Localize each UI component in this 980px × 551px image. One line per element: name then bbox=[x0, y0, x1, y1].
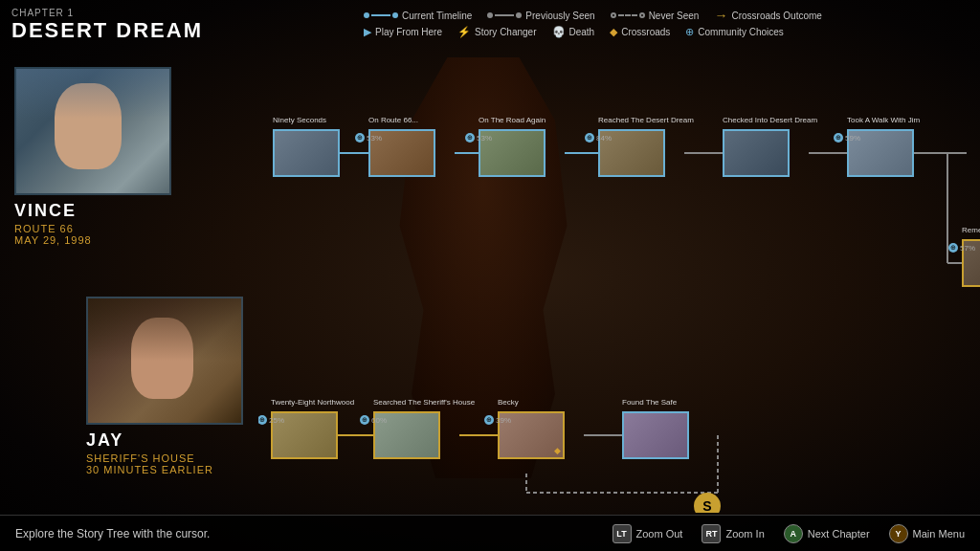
zoom-in-label: Zoom In bbox=[725, 528, 764, 540]
bottom-bar: Explore the Story Tree with the cursor. … bbox=[0, 515, 980, 551]
node-on-the-road-label: On The Road Again bbox=[479, 116, 546, 124]
node-on-route-66-pct: ⊕ 53% bbox=[355, 133, 382, 143]
node-searched-pct: ⊕ 60% bbox=[360, 415, 387, 425]
node-becky-pct: ⊕ 39% bbox=[484, 415, 511, 425]
legend-current-label: Current Timeline bbox=[402, 11, 472, 21]
node-took-walk-label: Took A Walk With Jim bbox=[847, 116, 920, 124]
story-tree: Ninety Seconds On Route 66... ⊕ 53% On T… bbox=[258, 62, 980, 513]
legend-row-1: Current Timeline Previously Seen Never S… bbox=[364, 8, 970, 23]
a-button[interactable]: A bbox=[784, 524, 803, 543]
becky-pct-icon: ⊕ bbox=[484, 415, 494, 425]
node-remembered-label: Remembered The Co... bbox=[962, 226, 980, 234]
node-becky-label: Becky bbox=[498, 398, 519, 407]
main-menu-label: Main Menu bbox=[913, 528, 965, 540]
node-found-safe-label: Found The Safe bbox=[622, 398, 677, 407]
next-chapter-control[interactable]: A Next Chapter bbox=[784, 524, 870, 543]
node-found-safe-thumb bbox=[622, 411, 689, 459]
zoom-out-label: Zoom Out bbox=[636, 528, 683, 540]
node-on-route-66-label: On Route 66... bbox=[368, 116, 418, 124]
jay-portrait bbox=[86, 297, 243, 425]
jay-panel: JAY SHERIFF'S HOUSE 30 MINUTES EARLIER bbox=[86, 297, 243, 475]
legend-story-changer: ⚡ Story Changer bbox=[457, 26, 536, 38]
node-took-walk-pct: ⊕ 59% bbox=[834, 133, 860, 143]
node-searched-label: Searched The Sheriff's House bbox=[373, 398, 475, 407]
main-menu-control[interactable]: Y Main Menu bbox=[889, 524, 965, 543]
on-route-pct-icon: ⊕ bbox=[355, 133, 365, 143]
zoom-out-control[interactable]: LT Zoom Out bbox=[612, 524, 683, 543]
legend-row-2: ▶ Play From Here ⚡ Story Changer 💀 Death… bbox=[364, 26, 970, 38]
vince-portrait bbox=[14, 67, 171, 195]
legend: Current Timeline Previously Seen Never S… bbox=[364, 8, 970, 38]
reached-pct-icon: ⊕ bbox=[585, 133, 594, 143]
node-on-the-road-pct: ⊕ 53% bbox=[465, 133, 492, 143]
searched-pct-icon: ⊕ bbox=[360, 415, 369, 425]
zoom-in-control[interactable]: RT Zoom In bbox=[702, 524, 764, 543]
legend-crossroads-label: Crossroads bbox=[621, 27, 670, 37]
node-checked-in-label: Checked Into Desert Dream bbox=[723, 116, 817, 124]
node-reached-desert-pct: ⊕ 84% bbox=[585, 133, 612, 143]
remembered-pct-icon: ⊕ bbox=[948, 243, 958, 253]
legend-never-seen: Never Seen bbox=[611, 11, 700, 21]
legend-never-label: Never Seen bbox=[649, 11, 700, 21]
jay-name: JAY bbox=[86, 430, 243, 451]
rt-button[interactable]: RT bbox=[702, 524, 721, 543]
bottom-controls: LT Zoom Out RT Zoom In A Next Chapter Y … bbox=[612, 524, 966, 543]
lt-button[interactable]: LT bbox=[612, 524, 632, 543]
node-ninety-seconds-label: Ninety Seconds bbox=[273, 116, 326, 124]
legend-play-label: Play From Here bbox=[375, 27, 442, 37]
crossroads-symbol: S bbox=[694, 493, 721, 513]
legend-crossroads: ◆ Crossroads bbox=[610, 26, 670, 38]
walk-pct-icon: ⊕ bbox=[834, 133, 843, 143]
vince-name: VINCE bbox=[14, 201, 171, 221]
vince-portrait-image bbox=[16, 69, 169, 193]
legend-previously-label: Previously Seen bbox=[525, 11, 594, 21]
next-chapter-label: Next Chapter bbox=[808, 528, 870, 540]
jay-portrait-image bbox=[88, 298, 241, 423]
legend-crossroads-outcome-label: Crossroads Outcome bbox=[731, 11, 821, 21]
vince-panel: VINCE ROUTE 66 MAY 29, 1998 bbox=[14, 67, 171, 246]
on-road-pct-icon: ⊕ bbox=[465, 133, 475, 143]
crossroads-diamond-icon: ◆ bbox=[554, 446, 561, 455]
node-ninety-seconds-thumb bbox=[273, 129, 340, 177]
node-reached-desert-label: Reached The Desert Dream bbox=[598, 116, 694, 124]
node-twenty-eight-pct: ⊕ 25% bbox=[258, 415, 284, 425]
legend-previously-seen: Previously Seen bbox=[487, 11, 594, 21]
node-twenty-eight-label: Twenty-Eight Northwood bbox=[271, 398, 354, 407]
legend-current-timeline: Current Timeline bbox=[364, 11, 472, 21]
vince-location: ROUTE 66 bbox=[14, 223, 171, 234]
legend-community: ⊕ Community Choices bbox=[685, 26, 783, 38]
legend-community-label: Community Choices bbox=[698, 27, 783, 37]
node-checked-in-thumb bbox=[723, 129, 790, 177]
legend-play-from-here: ▶ Play From Here bbox=[364, 26, 442, 38]
node-remembered-pct: ⊕ 57% bbox=[948, 243, 975, 253]
jay-location: SHERIFF'S HOUSE bbox=[86, 452, 243, 464]
legend-crossroads-outcome: → Crossroads Outcome bbox=[714, 8, 821, 23]
y-button[interactable]: Y bbox=[889, 524, 908, 543]
legend-story-label: Story Changer bbox=[475, 27, 536, 37]
twenty8-pct-icon: ⊕ bbox=[258, 415, 267, 425]
legend-death: 💀 Death bbox=[552, 26, 595, 38]
vince-date: MAY 29, 1998 bbox=[14, 234, 171, 246]
legend-death-label: Death bbox=[569, 27, 595, 37]
bottom-hint: Explore the Story Tree with the cursor. bbox=[15, 527, 612, 540]
jay-time: 30 MINUTES EARLIER bbox=[86, 464, 243, 475]
